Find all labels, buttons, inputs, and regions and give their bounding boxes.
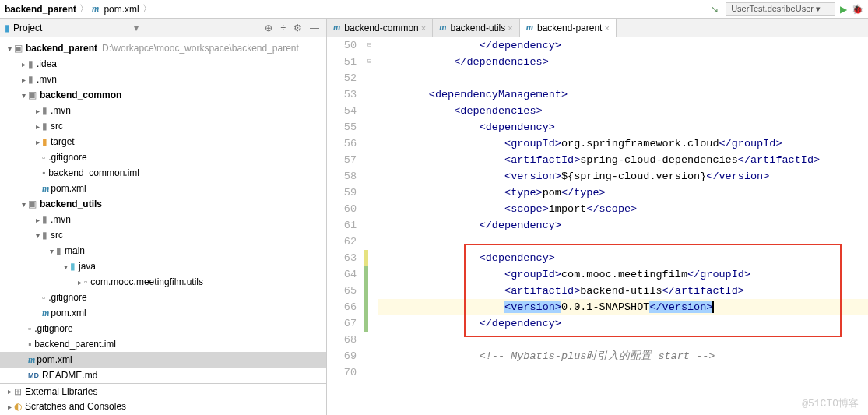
maven-icon: m <box>92 3 99 15</box>
project-sidebar: ▮ Project ▾ ⊕ ÷ ⚙ — ▾▣backend_parentD:\w… <box>0 19 327 415</box>
tree-ext[interactable]: ▸⊞External Libraries <box>0 383 326 399</box>
hide-icon[interactable]: — <box>307 23 322 33</box>
editor: mbackend-common× mbackend-utils× mbacken… <box>327 19 868 415</box>
tab-common[interactable]: mbackend-common× <box>327 19 433 37</box>
gutter-markers: ⊟ ⊟ <box>364 37 378 415</box>
tree-utils-pom[interactable]: mpom.xml <box>0 305 326 321</box>
watermark: @51CTO博客 <box>802 396 859 410</box>
run-config-select[interactable]: UserTest.desribeUser ▾ <box>726 2 835 16</box>
tree-idea[interactable]: ▸▮.idea <box>0 56 326 72</box>
select-file-icon[interactable]: ⊕ <box>262 23 275 33</box>
tree-scratch[interactable]: ▸◐Scratches and Consoles <box>0 399 326 414</box>
code-body[interactable]: </dependency> </dependencies> <dependenc… <box>378 37 868 415</box>
tree-common-target[interactable]: ▸▮target <box>0 134 326 149</box>
line-numbers: 5051525354555657585960616263646566676869… <box>327 37 364 415</box>
tab-parent[interactable]: mbackend-parent× <box>520 19 617 37</box>
breadcrumb-root[interactable]: backend_parent <box>5 4 76 15</box>
close-icon[interactable]: × <box>508 23 512 33</box>
fold-icon[interactable]: ⊟ <box>367 57 371 65</box>
tree-utils-src[interactable]: ▾▮src <box>0 227 326 243</box>
chevron-down-icon[interactable]: ▾ <box>134 23 139 33</box>
editor-tabs: mbackend-common× mbackend-utils× mbacken… <box>327 19 868 37</box>
tree-readme[interactable]: MDREADME.md <box>0 368 326 383</box>
tree-git[interactable]: ▫.gitignore <box>0 321 326 336</box>
tree-utils-pkg[interactable]: ▸▫com.mooc.meetingfilm.utils <box>0 274 326 290</box>
project-header: ▮ Project ▾ ⊕ ÷ ⚙ — <box>0 19 326 37</box>
fold-icon[interactable]: ⊟ <box>367 40 371 49</box>
tree-iml[interactable]: ▪backend_parent.iml <box>0 336 326 352</box>
breadcrumb-file[interactable]: pom.xml <box>104 4 139 15</box>
debug-icon[interactable]: 🐞 <box>852 4 863 15</box>
project-icon: ▮ <box>5 23 10 33</box>
tree-utils-java[interactable]: ▾▮java <box>0 258 326 274</box>
build-icon[interactable]: ↘ <box>708 4 721 15</box>
gear-icon[interactable]: ⚙ <box>291 23 304 33</box>
tab-utils[interactable]: mbackend-utils× <box>433 19 520 37</box>
tree-pom[interactable]: mpom.xml <box>0 352 326 368</box>
tree-utils-mvn[interactable]: ▸▮.mvn <box>0 212 326 227</box>
run-icon[interactable]: ▶ <box>840 4 847 15</box>
tree-utils[interactable]: ▾▣backend_utils <box>0 196 326 212</box>
tree-common-mvn[interactable]: ▸▮.mvn <box>0 103 326 118</box>
close-icon[interactable]: × <box>604 23 609 33</box>
breadcrumb[interactable]: backend_parent 〉 m pom.xml 〉 <box>5 2 708 16</box>
chevron-right-icon: 〉 <box>79 2 89 16</box>
tree-utils-git[interactable]: ▫.gitignore <box>0 290 326 305</box>
tree-common[interactable]: ▾▣backend_common <box>0 87 326 103</box>
tree-common-src[interactable]: ▸▮src <box>0 118 326 134</box>
close-icon[interactable]: × <box>421 23 426 33</box>
tree-root[interactable]: ▾▣backend_parentD:\workapce\mooc_workspa… <box>0 40 326 56</box>
run-controls: ↘ UserTest.desribeUser ▾ ▶ 🐞 <box>708 2 863 16</box>
main: ▮ Project ▾ ⊕ ÷ ⚙ — ▾▣backend_parentD:\w… <box>0 19 868 415</box>
top-bar: backend_parent 〉 m pom.xml 〉 ↘ UserTest.… <box>0 0 868 19</box>
code-area[interactable]: 5051525354555657585960616263646566676869… <box>327 37 868 415</box>
tree-common-pom[interactable]: mpom.xml <box>0 181 326 196</box>
project-title[interactable]: Project <box>13 23 131 33</box>
tree-common-iml[interactable]: ▪backend_common.iml <box>0 165 326 181</box>
tree-common-git[interactable]: ▫.gitignore <box>0 149 326 165</box>
project-tree[interactable]: ▾▣backend_parentD:\workapce\mooc_workspa… <box>0 37 326 415</box>
chevron-right-icon: 〉 <box>142 2 152 16</box>
tree-mvn[interactable]: ▸▮.mvn <box>0 72 326 87</box>
expand-icon[interactable]: ÷ <box>278 23 288 33</box>
tree-utils-main[interactable]: ▾▮main <box>0 243 326 258</box>
